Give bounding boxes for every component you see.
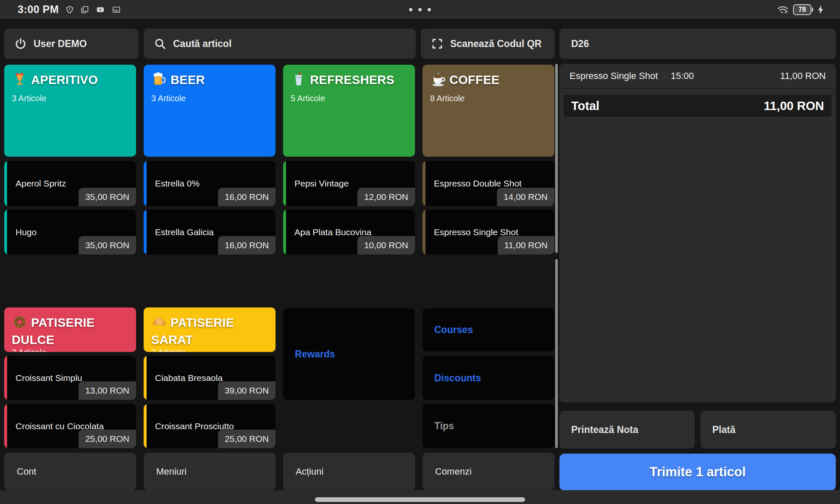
category-color-strip	[423, 161, 425, 206]
courses-label: Courses	[434, 324, 473, 336]
power-icon	[14, 37, 27, 50]
product-tile[interactable]: Espresso Double Shot 14,00 RON	[423, 161, 554, 206]
product-name: Estrella 0%	[155, 178, 200, 189]
search-input[interactable]: Caută articol	[144, 29, 416, 59]
category-title: COFFEE	[449, 73, 499, 87]
category-count: 2 Articole	[151, 348, 186, 352]
order-item-time: 15:00	[671, 71, 694, 81]
category-title: APERITIVO	[31, 73, 98, 87]
product-price: 16,00 RON	[218, 236, 276, 255]
discounts-tile[interactable]: Discounts	[423, 356, 554, 400]
product-tile[interactable]: Croissant cu Ciocolata 25,00 RON	[4, 404, 136, 448]
product-tile[interactable]: Pepsi Vintage 12,00 RON	[283, 161, 415, 206]
battery-indicator: 78	[793, 4, 813, 15]
category-card[interactable]: BEER 3 Articole	[144, 65, 276, 157]
category-card[interactable]: PATISERIE SARAT 2 Articole	[144, 307, 276, 352]
table-header[interactable]: D26	[559, 29, 836, 59]
discounts-label: Discounts	[434, 373, 481, 384]
front-app-menu-dots[interactable]	[409, 0, 431, 19]
play-protect-shield-icon	[66, 5, 74, 14]
print-receipt-button[interactable]: Printează Nota	[559, 411, 695, 449]
product-tile[interactable]: Aperol Spritz 35,00 RON	[4, 161, 136, 206]
product-tile[interactable]: Ciabata Bresaola 39,00 RON	[144, 356, 276, 400]
category-icon	[151, 71, 167, 89]
product-price: 35,00 RON	[79, 188, 136, 206]
scrollbar-thumb-bottom[interactable]	[555, 259, 558, 448]
category-count: 3 Articole	[12, 94, 129, 103]
nav-orders-label: Comenzi	[435, 466, 472, 477]
table-label: D26	[571, 38, 589, 50]
product-name: Croissant Simplu	[16, 373, 82, 383]
category-count: 3 Articole	[151, 94, 268, 103]
scan-qr-button[interactable]: Scanează Codul QR	[421, 29, 555, 59]
nav-menus-label: Meniuri	[156, 466, 186, 477]
nav-menus-button[interactable]: Meniuri	[144, 453, 276, 490]
scrollbar-thumb-top[interactable]	[555, 64, 558, 253]
product-tile[interactable]: Espresso Single Shot 11,00 RON	[423, 210, 554, 255]
total-row: Total 11,00 RON	[564, 95, 832, 117]
product-name: Hugo	[16, 227, 37, 237]
category-card[interactable]: APERITIVO 3 Articole	[4, 65, 136, 157]
product-price: 10,00 RON	[357, 236, 415, 255]
category-color-strip	[283, 161, 286, 206]
gesture-bar-strip	[0, 490, 840, 504]
total-label: Total	[571, 99, 599, 113]
print-receipt-label: Printează Nota	[571, 424, 638, 436]
product-price: 13,00 RON	[79, 381, 136, 400]
nav-actions-label: Acțiuni	[296, 466, 323, 477]
search-placeholder: Caută articol	[173, 38, 231, 50]
order-line-item[interactable]: Espresso Single Shot · 15:00 11,00 RON	[559, 64, 836, 89]
send-items-label: Trimite 1 articol	[649, 465, 746, 480]
product-price: 35,00 RON	[79, 236, 136, 255]
category-color-strip	[144, 356, 147, 400]
category-count: 2 Articole	[12, 348, 46, 352]
rewards-tile[interactable]: Rewards	[283, 308, 415, 400]
pos-app: 3:00 PM 78	[0, 0, 840, 504]
home-indicator[interactable]	[315, 497, 525, 502]
category-card[interactable]: PATISERIE DULCE 2 Articole	[4, 307, 136, 352]
scan-qr-label: Scanează Codul QR	[450, 38, 541, 50]
category-color-strip	[4, 356, 7, 400]
charging-bolt-icon	[817, 5, 824, 14]
tips-label: Tips	[434, 420, 454, 432]
product-price: 14,00 RON	[497, 188, 554, 206]
product-name: Ciabata Bresaola	[155, 373, 223, 383]
total-amount: 11,00 RON	[764, 99, 824, 113]
category-card[interactable]: REFRESHERS 5 Articole	[283, 65, 415, 157]
product-tile[interactable]: Apa Plata Bucovina 10,00 RON	[283, 210, 415, 255]
nav-account-button[interactable]: Cont	[4, 453, 136, 490]
sim-toolkit-icon	[112, 5, 121, 14]
product-tile[interactable]: Estrella 0% 16,00 RON	[144, 161, 276, 206]
clock: 3:00 PM	[18, 3, 59, 16]
category-color-strip	[423, 210, 425, 255]
pay-button[interactable]: Plată	[701, 411, 836, 449]
product-price: 12,00 RON	[357, 188, 415, 206]
product-name: Pepsi Vintage	[294, 178, 349, 189]
category-card[interactable]: COFFEE 8 Articole	[423, 65, 554, 157]
category-color-strip	[144, 210, 147, 255]
send-items-button[interactable]: Trimite 1 articol	[559, 454, 836, 491]
product-name: Apa Plata Bucovina	[294, 227, 371, 237]
wifi-icon	[777, 5, 789, 15]
product-tile[interactable]: Estrella Galicia 16,00 RON	[144, 210, 276, 255]
category-color-strip	[4, 161, 7, 206]
product-price: 25,00 RON	[218, 430, 276, 448]
nav-orders-button[interactable]: Comenzi	[423, 453, 554, 490]
order-item-name: Espresso Single Shot	[570, 71, 658, 81]
order-item-price: 11,00 RON	[780, 71, 826, 81]
battery-percent: 78	[793, 4, 811, 15]
nav-actions-button[interactable]: Acțiuni	[283, 453, 415, 490]
user-button[interactable]: User DEMO	[4, 29, 139, 59]
category-icon	[291, 71, 307, 89]
product-tile[interactable]: Croissant Simplu 13,00 RON	[4, 356, 136, 400]
product-tile[interactable]: Croissant Prosciutto 25,00 RON	[144, 404, 276, 448]
category-count: 8 Articole	[430, 94, 547, 103]
product-tile[interactable]: Hugo 35,00 RON	[4, 210, 136, 255]
rewards-label: Rewards	[295, 349, 335, 360]
courses-tile[interactable]: Courses	[423, 308, 554, 352]
category-color-strip	[4, 210, 7, 255]
category-title: REFRESHERS	[310, 73, 394, 87]
pay-label: Plată	[712, 424, 735, 436]
product-name: Espresso Double Shot	[434, 178, 522, 189]
search-icon	[154, 37, 166, 50]
